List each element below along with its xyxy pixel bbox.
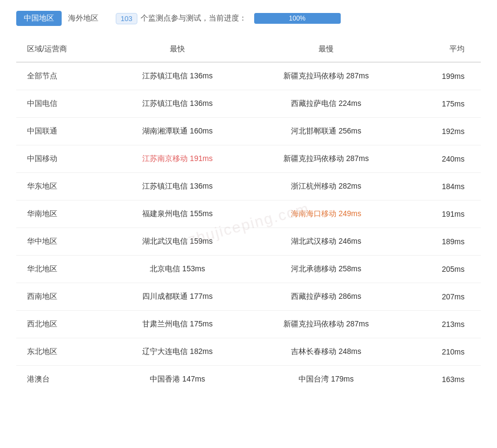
- cell-fastest: 江苏镇江电信 136ms: [109, 90, 246, 118]
- cell-avg: 210ms: [406, 338, 481, 366]
- cell-slowest: 新疆克拉玛依移动 287ms: [246, 145, 407, 173]
- cell-region: 华北地区: [16, 256, 109, 283]
- cell-avg: 240ms: [406, 145, 481, 173]
- cell-fastest: 四川成都联通 177ms: [109, 283, 246, 311]
- cell-region: 中国电信: [16, 90, 109, 118]
- col-header-avg: 平均: [406, 37, 481, 62]
- table-row: 港澳台中国香港 147ms中国台湾 179ms163ms: [16, 366, 481, 393]
- cell-fastest: 湖南湘潭联通 160ms: [109, 118, 246, 145]
- cell-slowest: 新疆克拉玛依移动 287ms: [246, 311, 407, 338]
- cell-avg: 175ms: [406, 90, 481, 118]
- cell-region: 华中地区: [16, 228, 109, 256]
- cell-fastest: 甘肃兰州电信 175ms: [109, 311, 246, 338]
- cell-slowest: 西藏拉萨移动 286ms: [246, 283, 407, 311]
- table-row: 西南地区四川成都联通 177ms西藏拉萨移动 286ms207ms: [16, 283, 481, 311]
- cell-avg: 199ms: [406, 62, 481, 90]
- col-header-slowest: 最慢: [246, 37, 407, 62]
- cell-avg: 213ms: [406, 311, 481, 338]
- cell-slowest: 新疆克拉玛依移动 287ms: [246, 62, 407, 90]
- cell-avg: 163ms: [406, 366, 481, 393]
- main-container: 中国地区 海外地区 103 个监测点参与测试，当前进度： 100% 区域/运营商…: [0, 0, 497, 404]
- cell-slowest: 河北承德移动 258ms: [246, 256, 407, 283]
- cell-avg: 191ms: [406, 200, 481, 228]
- tab-china[interactable]: 中国地区: [16, 11, 62, 26]
- progress-container: 100%: [254, 13, 341, 24]
- cell-avg: 205ms: [406, 256, 481, 283]
- table-row: 中国电信江苏镇江电信 136ms西藏拉萨电信 224ms175ms: [16, 90, 481, 118]
- table-row: 华中地区湖北武汉电信 159ms湖北武汉移动 246ms189ms: [16, 228, 481, 256]
- monitor-info: 103 个监测点参与测试，当前进度： 100%: [116, 13, 341, 24]
- col-header-region: 区域/运营商: [16, 37, 109, 62]
- cell-slowest: 海南海口移动 249ms: [246, 200, 407, 228]
- table-row: 华东地区江苏镇江电信 136ms浙江杭州移动 282ms184ms: [16, 173, 481, 200]
- cell-fastest: 辽宁大连电信 182ms: [109, 338, 246, 366]
- cell-slowest: 中国台湾 179ms: [246, 366, 407, 393]
- table-row: 中国联通湖南湘潭联通 160ms河北邯郸联通 256ms192ms: [16, 118, 481, 145]
- col-header-fastest: 最快: [109, 37, 246, 62]
- cell-slowest: 吉林长春移动 248ms: [246, 338, 407, 366]
- cell-region: 华南地区: [16, 200, 109, 228]
- cell-region: 西北地区: [16, 311, 109, 338]
- cell-avg: 184ms: [406, 173, 481, 200]
- cell-slowest: 浙江杭州移动 282ms: [246, 173, 407, 200]
- progress-percent-label: 100%: [254, 13, 341, 24]
- cell-fastest: 江苏镇江电信 136ms: [109, 173, 246, 200]
- cell-region: 东北地区: [16, 338, 109, 366]
- table-row: 华南地区福建泉州电信 155ms海南海口移动 249ms191ms: [16, 200, 481, 228]
- cell-slowest: 河北邯郸联通 256ms: [246, 118, 407, 145]
- cell-fastest: 江苏南京移动 191ms: [109, 145, 246, 173]
- tab-overseas[interactable]: 海外地区: [68, 14, 98, 23]
- cell-region: 华东地区: [16, 173, 109, 200]
- cell-avg: 189ms: [406, 228, 481, 256]
- cell-region: 全部节点: [16, 62, 109, 90]
- monitor-count-badge: 103: [116, 13, 137, 24]
- table-header-row: 区域/运营商 最快 最慢 平均: [16, 37, 481, 62]
- table-row: 东北地区辽宁大连电信 182ms吉林长春移动 248ms210ms: [16, 338, 481, 366]
- table-row: 西北地区甘肃兰州电信 175ms新疆克拉玛依移动 287ms213ms: [16, 311, 481, 338]
- progress-bar: 100%: [254, 13, 341, 24]
- cell-avg: 192ms: [406, 118, 481, 145]
- monitor-label: 个监测点参与测试，当前进度：: [141, 14, 247, 23]
- cell-region: 中国移动: [16, 145, 109, 173]
- cell-region: 西南地区: [16, 283, 109, 311]
- table-row: 华北地区北京电信 153ms河北承德移动 258ms205ms: [16, 256, 481, 283]
- cell-fastest: 湖北武汉电信 159ms: [109, 228, 246, 256]
- results-table: 区域/运营商 最快 最慢 平均 全部节点江苏镇江电信 136ms新疆克拉玛依移动…: [16, 37, 481, 393]
- cell-fastest: 福建泉州电信 155ms: [109, 200, 246, 228]
- cell-slowest: 西藏拉萨电信 224ms: [246, 90, 407, 118]
- cell-region: 港澳台: [16, 366, 109, 393]
- cell-fastest: 北京电信 153ms: [109, 256, 246, 283]
- cell-fastest: 江苏镇江电信 136ms: [109, 62, 246, 90]
- cell-fastest: 中国香港 147ms: [109, 366, 246, 393]
- table-row: 全部节点江苏镇江电信 136ms新疆克拉玛依移动 287ms199ms: [16, 62, 481, 90]
- cell-slowest: 湖北武汉移动 246ms: [246, 228, 407, 256]
- table-row: 中国移动江苏南京移动 191ms新疆克拉玛依移动 287ms240ms: [16, 145, 481, 173]
- cell-region: 中国联通: [16, 118, 109, 145]
- cell-avg: 207ms: [406, 283, 481, 311]
- top-bar: 中国地区 海外地区 103 个监测点参与测试，当前进度： 100%: [16, 11, 481, 26]
